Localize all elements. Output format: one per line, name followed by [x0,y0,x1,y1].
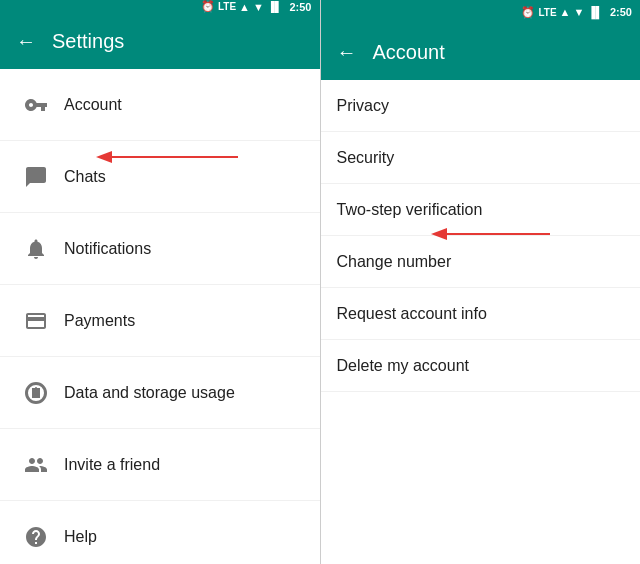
bell-icon [16,229,56,269]
settings-panel: ⏰ LTE ▲ ▼ ▐▌ 2:50 ← Settings Acco [0,0,320,564]
left-toolbar: ← Settings [0,13,320,69]
menu-item-chats[interactable]: Chats [0,141,320,213]
account-menu-list: Privacy Security Two-step verification C… [321,80,641,564]
right-wifi-icon: ▼ [573,6,584,18]
account-item-security[interactable]: Security [321,132,641,184]
menu-item-notifications[interactable]: Notifications [0,213,320,285]
label-two-step: Two-step verification [337,201,483,219]
menu-item-data[interactable]: Data and storage usage [0,357,320,429]
key-icon [16,85,56,125]
account-item-two-step[interactable]: Two-step verification [321,184,641,236]
chat-icon [16,157,56,197]
account-item-privacy[interactable]: Privacy [321,80,641,132]
right-signal-icon: ▲ [560,6,571,18]
left-signal-icon: ▲ [239,1,250,13]
label-change-number: Change number [337,253,452,271]
account-item-request-info[interactable]: Request account info [321,288,641,340]
menu-label-account: Account [64,96,122,114]
right-toolbar-title: Account [373,41,445,64]
account-panel: ⏰ LTE ▲ ▼ ▐▌ 2:50 ← Account Privacy Secu… [321,0,641,564]
menu-item-invite[interactable]: Invite a friend [0,429,320,501]
right-status-icons: ⏰ LTE ▲ ▼ ▐▌ 2:50 [521,6,632,19]
menu-label-notifications: Notifications [64,240,151,258]
account-item-delete[interactable]: Delete my account [321,340,641,392]
left-battery-icon: ▐▌ [267,1,283,13]
left-time: 2:50 [289,1,311,13]
right-lte-icon: LTE [538,7,556,18]
right-toolbar: ← Account [321,24,641,80]
data-icon [16,373,56,413]
right-battery-icon: ▐▌ [587,6,603,18]
left-wifi-icon: ▼ [253,1,264,13]
invite-icon [16,445,56,485]
label-security: Security [337,149,395,167]
label-privacy: Privacy [337,97,389,115]
menu-item-help[interactable]: Help [0,501,320,564]
account-item-change-number[interactable]: Change number [321,236,641,288]
app-container: ⏰ LTE ▲ ▼ ▐▌ 2:50 ← Settings Acco [0,0,640,564]
settings-menu-list: Account Chats Notifications [0,69,320,564]
menu-item-account[interactable]: Account [0,69,320,141]
payments-icon [16,301,56,341]
menu-label-payments: Payments [64,312,135,330]
left-lte-icon: LTE [218,1,236,12]
menu-label-chats: Chats [64,168,106,186]
menu-label-data: Data and storage usage [64,384,235,402]
help-icon [16,517,56,557]
left-alarm-icon: ⏰ [201,0,215,13]
menu-item-payments[interactable]: Payments [0,285,320,357]
right-back-button[interactable]: ← [337,41,357,64]
menu-label-help: Help [64,528,97,546]
label-request-info: Request account info [337,305,487,323]
right-alarm-icon: ⏰ [521,6,535,19]
left-status-bar: ⏰ LTE ▲ ▼ ▐▌ 2:50 [0,0,320,13]
label-delete: Delete my account [337,357,470,375]
left-status-icons: ⏰ LTE ▲ ▼ ▐▌ 2:50 [201,0,312,13]
left-toolbar-title: Settings [52,30,124,53]
right-time: 2:50 [610,6,632,18]
right-status-bar: ⏰ LTE ▲ ▼ ▐▌ 2:50 [321,0,641,24]
left-back-button[interactable]: ← [16,30,36,53]
menu-label-invite: Invite a friend [64,456,160,474]
